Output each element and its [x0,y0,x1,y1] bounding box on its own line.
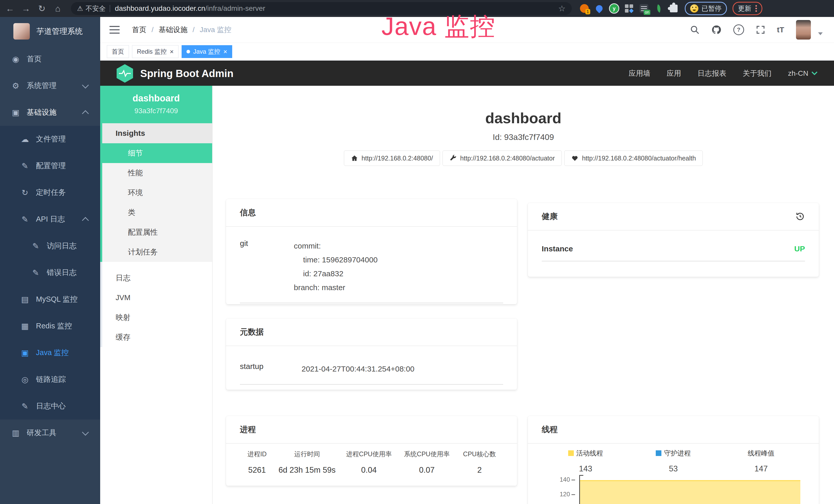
annotation-text: Java 监控 [381,10,496,44]
sidebar-item-config[interactable]: ✎ 配置管理 [0,153,100,179]
sidebar-item-java-monitor[interactable]: ▣ Java 监控 [0,339,100,366]
table-column: CPU核心数 2 [456,450,503,475]
chevron-up-icon [82,217,89,224]
puzzle-extensions-icon[interactable] [668,3,679,14]
edit-icon: ✎ [20,161,30,171]
insights-group: Insights 细节 性能 环境 类 配置属性 计划任务 [100,123,212,262]
fullscreen-icon[interactable] [756,25,765,35]
sidebar-item-tracing[interactable]: ◎ 链路追踪 [0,366,100,393]
edit-icon: ✎ [30,268,41,278]
breadcrumb-current: Java 监控 [200,25,232,35]
sba-nav-journal[interactable]: 日志报表 [698,69,726,78]
table-column: 进程ID 5261 [240,450,274,475]
table-column: 进程CPU使用率 0.04 [340,450,398,475]
actuator-url-button[interactable]: http://192.168.0.2:48080/actuator [443,151,562,166]
bookmark-star-icon[interactable]: ☆ [558,4,566,13]
leaf-extension-icon[interactable] [654,3,664,14]
app-logo[interactable]: 芋道管理系统 [0,17,100,46]
chevron-down-icon [811,71,817,75]
close-icon[interactable]: × [223,48,227,55]
sidebar-item-access-logs[interactable]: ✎ 访问日志 [0,233,100,259]
extension-icon[interactable]: 1 [579,3,590,14]
legend-color-swatch [568,450,574,456]
edit-icon: ✎ [30,241,41,251]
sidebar-item-scheduled-jobs[interactable]: ↻ 定时任务 [0,179,100,206]
help-icon[interactable]: ? [733,24,744,35]
sidebar-item-files[interactable]: ☁ 文件管理 [0,126,100,153]
sba-sidebar: dashboard 93a3fc7f7409 Insights 细节 性能 环境… [100,86,213,504]
sba-item-details[interactable]: 细节 [102,143,212,163]
reload-icon[interactable]: ↻ [36,3,48,14]
sidebar-item-system[interactable]: ⚙ 系统管理 [0,72,100,99]
main-area: 首页 / 基础设施 / Java 监控 ? tT [100,17,834,504]
sba-item-metrics[interactable]: 性能 [102,163,212,183]
github-icon[interactable] [711,25,722,35]
sba-header: Spring Boot Admin 应用墙 应用 日志报表 关于我们 zh-CN [100,61,834,86]
dashboard-icon: ◉ [10,54,21,64]
breadcrumb-infra[interactable]: 基础设施 [159,25,188,35]
user-avatar[interactable] [796,20,811,40]
health-url-button[interactable]: http://192.168.0.2:48080/actuator/health [564,151,703,166]
forward-icon[interactable]: → [20,4,32,14]
sba-item-caches[interactable]: 缓存 [102,327,212,347]
metadata-card: 元数据 startup 2021-04-27T00:44:31.254+08:0… [226,318,517,390]
tag-home[interactable]: 首页 [107,45,129,58]
sba-item-config-props[interactable]: 配置属性 [102,222,212,242]
font-size-icon[interactable]: tT [777,25,784,34]
briefcase-icon: ▥ [10,428,21,438]
sba-item-environment[interactable]: 环境 [102,183,212,203]
tag-redis-monitor[interactable]: Redis 监控 × [132,45,178,58]
browser-update-button[interactable]: 更新 [732,2,762,15]
tags-view: 首页 Redis 监控 × Java 监控 × [100,43,834,61]
row-label: Instance [542,245,573,253]
search-icon[interactable] [690,25,699,35]
menu-dots-icon[interactable] [755,5,757,12]
extension-icon[interactable]: on [639,3,649,14]
grid-extension-icon[interactable] [623,3,634,14]
sidebar-item-mysql-monitor[interactable]: ▤ MySQL 监控 [0,286,100,313]
process-table: 进程ID 5261 运行时间 6d 23h 15m 59s 进程CPU使用率 0… [226,444,517,475]
hamburger-icon[interactable] [109,26,120,33]
sba-nav-about[interactable]: 关于我们 [743,69,772,78]
sba-nav-wallboard[interactable]: 应用墙 [629,69,650,78]
breadcrumb-home[interactable]: 首页 [132,25,147,35]
paused-profile-chip[interactable]: 已暂停 [685,2,727,15]
caret-down-icon[interactable] [818,32,823,35]
sidebar-item-redis-monitor[interactable]: ▦ Redis 监控 [0,313,100,339]
sba-brand-title[interactable]: Spring Boot Admin [140,68,234,79]
tag-java-monitor[interactable]: Java 监控 × [182,45,232,58]
service-url-button[interactable]: http://192.168.0.2:48080/ [344,151,440,166]
extension-icon[interactable]: y [609,3,619,14]
sba-item-mappings[interactable]: 映射 [102,307,212,327]
sidebar-item-home[interactable]: ◉ 首页 [0,46,100,72]
update-label: 更新 [738,4,751,13]
history-icon: ↻ [20,188,30,198]
location-pin-icon[interactable] [594,3,605,14]
back-icon[interactable]: ← [4,4,16,14]
home-icon [351,155,358,162]
sba-item-classes[interactable]: 类 [102,203,212,222]
sidebar-item-error-logs[interactable]: ✎ 错误日志 [0,259,100,286]
home-icon[interactable]: ⌂ [52,4,64,14]
sba-item-scheduled-tasks[interactable]: 计划任务 [102,242,212,262]
sba-nav: 应用墙 应用 日志报表 关于我们 zh-CN [629,69,817,78]
page-subtitle: Id: 93a3fc7f7409 [213,133,834,142]
process-card: 进程 进程ID 5261 运行时间 6d 23h 15m 59s 进程CPU使用… [226,416,517,486]
sidebar-item-log-center[interactable]: ✎ 日志中心 [0,393,100,419]
info-card-title: 信息 [226,199,517,227]
y-axis-tick: 140 [542,476,570,483]
sba-locale-select[interactable]: zh-CN [788,69,817,77]
security-warning-icon[interactable]: ⚠ [77,5,83,13]
address-bar[interactable]: ⚠ 不安全 dashboard.yudao.iocoder.cn /infra/… [71,2,572,15]
history-icon[interactable] [795,211,805,221]
sba-nav-applications[interactable]: 应用 [667,69,681,78]
sidebar-item-api-logs[interactable]: ✎ API 日志 [0,206,100,233]
logo-avatar [13,23,30,40]
sba-item-jvm[interactable]: JVM [102,288,212,307]
sba-item-logs[interactable]: 日志 [102,268,212,288]
close-icon[interactable]: × [170,48,174,55]
sidebar-item-infra[interactable]: ▣ 基础设施 [0,99,100,126]
table-column: 运行时间 6d 23h 15m 59s [274,450,340,475]
sidebar-item-dev-tools[interactable]: ▥ 研发工具 [0,419,100,446]
navbar-actions: ? tT [690,20,823,40]
